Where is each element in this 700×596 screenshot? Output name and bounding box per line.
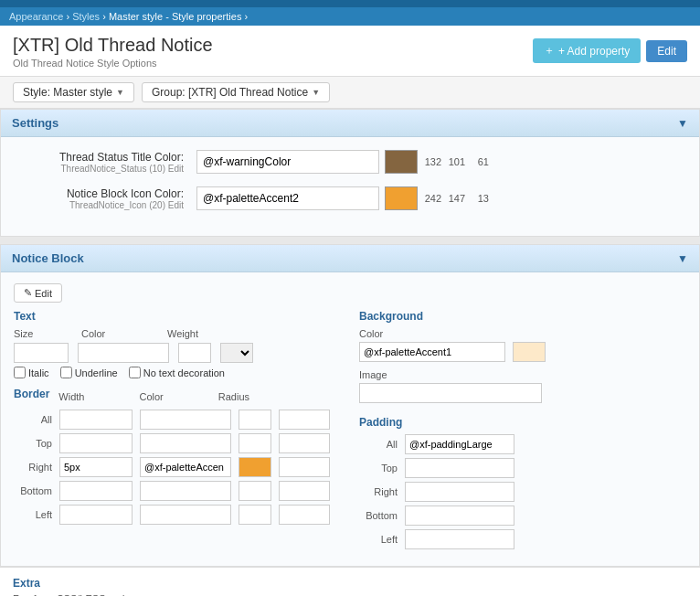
page-header: [XTR] Old Thread Notice Old Thread Notic… <box>0 26 700 77</box>
text-color-swatch[interactable] <box>178 343 211 363</box>
add-property-button[interactable]: ＋ + Add property <box>533 38 641 63</box>
page-subtitle: Old Thread Notice Style Options <box>13 58 213 69</box>
bg-color-label: Color <box>359 328 686 339</box>
notice-icon-label: Notice Block Icon Color: <box>14 187 184 200</box>
border-left-color-swatch[interactable] <box>239 505 271 525</box>
chevron-down-icon: ▼ <box>116 88 124 97</box>
padding-top-row: Top <box>359 458 686 478</box>
padding-all-row: All <box>359 434 686 454</box>
thread-status-color-swatch[interactable] <box>385 150 418 174</box>
border-width-header: Width <box>58 391 84 402</box>
italic-checkbox[interactable] <box>14 367 26 378</box>
padding-all-input[interactable] <box>405 434 514 454</box>
border-all-color[interactable] <box>140 410 231 430</box>
border-right-width[interactable] <box>59 457 133 477</box>
notice-block-section: Notice Block ▼ ✎ Edit Text Size Color We… <box>0 244 700 567</box>
breadcrumb: Appearance › Styles › Master style - Sty… <box>0 7 700 26</box>
notice-icon-color-swatch[interactable] <box>385 186 418 210</box>
padding-subsection-title: Padding <box>359 416 686 429</box>
border-radius-header: Radius <box>218 391 249 402</box>
border-right-color-swatch[interactable] <box>239 457 271 477</box>
page-title: [XTR] Old Thread Notice <box>13 35 213 56</box>
border-bottom-radius[interactable] <box>279 481 330 501</box>
weight-label: Weight <box>167 328 204 339</box>
settings-collapse-icon[interactable]: ▼ <box>677 117 688 130</box>
padding-all-label: All <box>359 439 401 450</box>
border-top-row: Top <box>14 433 341 453</box>
border-top-color-swatch[interactable] <box>239 433 271 453</box>
chevron-down-icon: ▼ <box>312 88 320 97</box>
padding-top-label: Top <box>359 463 401 474</box>
extra-title: Extra <box>13 577 687 590</box>
no-text-decoration-checkbox[interactable] <box>129 367 141 378</box>
thread-status-row: Thread Status Title Color: ThreadNotice_… <box>14 150 686 174</box>
notice-block-content: ✎ Edit Text Size Color Weight <box>1 272 699 566</box>
border-color-header: Color <box>139 391 163 402</box>
notice-block-collapse-icon[interactable]: ▼ <box>677 252 688 265</box>
border-bottom-label: Bottom <box>14 485 56 496</box>
border-all-color-swatch[interactable] <box>239 410 271 430</box>
padding-right-input[interactable] <box>405 482 514 502</box>
border-top-width[interactable] <box>59 433 133 453</box>
bg-color-swatch[interactable] <box>513 342 546 362</box>
padding-left-label: Left <box>359 534 401 545</box>
extra-section: Extra Freeform CSS/LESS code 1 <box>0 567 700 596</box>
settings-content: Thread Status Title Color: ThreadNotice_… <box>1 137 699 236</box>
bg-image-label: Image <box>359 369 686 380</box>
padding-bottom-input[interactable] <box>405 506 514 526</box>
border-bottom-width[interactable] <box>59 481 133 501</box>
underline-checkbox[interactable] <box>60 367 72 378</box>
notice-block-section-header: Notice Block ▼ <box>1 245 699 272</box>
padding-left-row: Left <box>359 529 686 549</box>
border-left-radius[interactable] <box>279 505 330 525</box>
border-subsection-title: Border <box>14 388 49 400</box>
border-left-row: Left <box>14 505 341 525</box>
italic-checkbox-item[interactable]: Italic <box>14 367 49 378</box>
border-top-radius[interactable] <box>279 433 330 453</box>
notice-icon-color-input[interactable] <box>196 186 379 210</box>
notice-icon-row: Notice Block Icon Color: ThreadNotice_Ic… <box>14 186 686 210</box>
padding-right-label: Right <box>359 486 401 497</box>
background-subsection-title: Background <box>359 310 686 323</box>
thread-status-color-input[interactable] <box>196 150 379 174</box>
padding-bottom-row: Bottom <box>359 506 686 526</box>
border-left-color[interactable] <box>140 505 231 525</box>
padding-right-row: Right <box>359 482 686 502</box>
edit-button[interactable]: Edit <box>646 40 687 62</box>
border-bottom-color[interactable] <box>140 481 231 501</box>
border-bottom-row: Bottom <box>14 481 341 501</box>
size-label: Size <box>14 328 50 339</box>
notice-block-edit-button[interactable]: ✎ Edit <box>14 283 62 303</box>
padding-bottom-label: Bottom <box>359 510 401 521</box>
breadcrumb-appearance[interactable]: Appearance <box>9 11 63 22</box>
settings-section: Settings ▼ Thread Status Title Color: Th… <box>0 109 700 237</box>
bg-color-input[interactable] <box>359 342 505 362</box>
underline-checkbox-item[interactable]: Underline <box>60 367 118 378</box>
border-left-label: Left <box>14 509 56 520</box>
text-color-input[interactable] <box>78 343 169 363</box>
text-size-input[interactable] <box>14 343 69 363</box>
border-all-label: All <box>14 414 56 425</box>
bg-image-input[interactable] <box>359 383 542 403</box>
no-text-decoration-checkbox-item[interactable]: No text decoration <box>129 367 225 378</box>
border-left-width[interactable] <box>59 505 133 525</box>
breadcrumb-styles[interactable]: Styles <box>72 11 100 22</box>
padding-top-input[interactable] <box>405 458 514 478</box>
edit-icon: ✎ <box>24 287 32 299</box>
border-right-color[interactable] <box>140 457 231 477</box>
group-filter-button[interactable]: Group: [XTR] Old Thread Notice ▼ <box>142 82 330 102</box>
border-right-label: Right <box>14 462 56 473</box>
border-right-radius[interactable] <box>279 457 330 477</box>
thread-status-sub: ThreadNotice_Status (10) Edit <box>14 164 184 174</box>
text-subsection-title: Text <box>14 310 341 323</box>
border-bottom-color-swatch[interactable] <box>239 481 271 501</box>
color-label: Color <box>81 328 118 339</box>
border-top-label: Top <box>14 438 56 449</box>
style-filter-button[interactable]: Style: Master style ▼ <box>13 82 134 102</box>
text-weight-select[interactable] <box>220 343 253 363</box>
padding-left-input[interactable] <box>405 529 514 549</box>
border-all-width[interactable] <box>59 410 133 430</box>
filter-bar: Style: Master style ▼ Group: [XTR] Old T… <box>0 77 700 109</box>
border-top-color[interactable] <box>140 433 231 453</box>
border-all-radius[interactable] <box>279 410 330 430</box>
